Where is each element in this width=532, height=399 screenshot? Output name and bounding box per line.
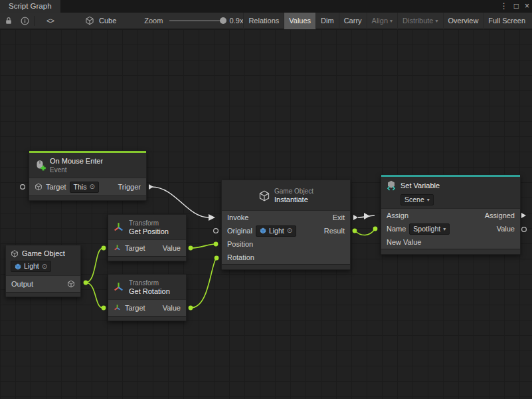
this-object-chip[interactable]: This ⊙ (70, 182, 99, 193)
lock-icon[interactable] (3, 15, 14, 27)
carry-button[interactable]: Carry (339, 13, 367, 29)
target-label: Target (46, 183, 66, 191)
node-set-variable[interactable]: Set Variable Scene ▾ Assign Assigned Nam… (381, 174, 521, 255)
object-picker-icon[interactable]: ⊙ (287, 227, 292, 234)
zoom-slider-track (169, 20, 224, 21)
target-row: Target Value (108, 240, 186, 256)
node-header: Transform Get Position (108, 215, 186, 240)
value-label: Value (497, 225, 515, 233)
node-header: Game Object Light ⊙ (6, 245, 80, 276)
node-header: Set Variable Scene ▾ (381, 177, 520, 209)
assign-row: Assign Assigned (381, 209, 520, 222)
new-value-row: New Value (381, 235, 520, 249)
edit-code-icon[interactable]: <> (46, 17, 54, 25)
variable-icon (386, 180, 397, 191)
node-footer (108, 316, 186, 321)
game-object-icon (35, 183, 43, 191)
zoom-value: 0.9x (230, 17, 244, 25)
node-instantiate[interactable]: Game Object Instantiate Invoke Exit Orig… (221, 180, 351, 270)
light-object-chip[interactable]: Light ⊙ (256, 225, 296, 237)
game-object-icon (67, 280, 75, 288)
close-icon[interactable]: × (525, 0, 529, 13)
values-button[interactable]: Values (284, 13, 315, 29)
variable-name-dropdown[interactable]: Spotlight ▾ (409, 223, 450, 235)
exit-label: Exit (333, 213, 345, 221)
node-subtitle: Event (50, 166, 103, 174)
node-header: On Mouse Enter Event (29, 153, 146, 178)
game-object-icon (258, 190, 270, 201)
transform-icon (114, 304, 122, 312)
more-menu-icon[interactable]: ⋮ (500, 0, 508, 13)
toolbar-divider (34, 16, 35, 26)
output-label: Output (11, 280, 33, 288)
invoke-label: Invoke (227, 213, 248, 221)
assign-label: Assign (387, 211, 408, 219)
node-game-object-literal[interactable]: Game Object Light ⊙ Output (5, 245, 81, 297)
node-footer (222, 264, 350, 269)
target-row: Target Value (108, 300, 186, 316)
zoom-slider[interactable] (169, 13, 224, 29)
distribute-button[interactable]: Distribute▾ (397, 13, 442, 29)
mouse-enter-icon (34, 160, 46, 172)
tab-script-graph[interactable]: Script Graph (0, 0, 60, 13)
original-label: Original (227, 227, 252, 235)
target-row: Target This ⊙ Trigger (29, 178, 146, 196)
transform-icon (113, 281, 125, 293)
node-get-rotation[interactable]: Transform Get Rotation Target Value (108, 274, 187, 321)
variable-kind-dropdown[interactable]: Scene ▾ (400, 194, 434, 205)
node-category: Transform (129, 279, 170, 287)
node-category: Transform (129, 219, 169, 227)
node-title: Instantiate (274, 196, 313, 204)
node-on-mouse-enter[interactable]: On Mouse Enter Event Target This ⊙ Trigg… (29, 150, 147, 201)
node-header: Game Object Instantiate (222, 180, 350, 211)
name-label: Name (387, 225, 406, 233)
node-title: On Mouse Enter (50, 157, 103, 166)
node-title: Game Object (22, 249, 65, 257)
zoom-label: Zoom (144, 17, 163, 25)
align-button[interactable]: Align▾ (367, 13, 397, 29)
node-footer (29, 196, 146, 200)
rotation-row: Rotation (222, 251, 350, 264)
node-get-position[interactable]: Transform Get Position Target Value (108, 214, 187, 261)
output-row: Output (6, 276, 80, 292)
node-title: Set Variable (400, 182, 440, 190)
position-row: Position (222, 237, 350, 251)
target-label: Target (125, 304, 145, 312)
value-label: Value (163, 304, 181, 312)
rotation-label: Rotation (227, 253, 254, 261)
trigger-label: Trigger (118, 183, 141, 191)
new-value-label: New Value (387, 238, 421, 246)
game-object-icon (260, 227, 266, 234)
tab-bar: Script Graph ⋮ □ × (0, 0, 532, 13)
invoke-row: Invoke Exit (222, 211, 350, 224)
graph-toolbar: <> Cube Zoom 0.9x Relations Values Dim C… (0, 13, 532, 29)
transform-icon (113, 221, 125, 233)
info-icon[interactable] (19, 15, 30, 27)
game-object-icon (15, 263, 21, 270)
node-title: Get Position (129, 227, 169, 236)
value-label: Value (163, 244, 181, 252)
dropdown-caret-icon: ▾ (443, 225, 446, 233)
assigned-label: Assigned (485, 211, 515, 219)
dim-button[interactable]: Dim (315, 13, 339, 29)
transform-icon (114, 244, 122, 252)
node-title: Get Rotation (129, 287, 170, 296)
light-object-chip[interactable]: Light ⊙ (11, 261, 51, 272)
object-picker-icon[interactable]: ⊙ (89, 184, 94, 190)
overview-button[interactable]: Overview (443, 13, 484, 29)
zoom-slider-handle[interactable] (220, 17, 226, 24)
dropdown-caret-icon: ▾ (436, 18, 438, 24)
name-row: Name Spotlight ▾ Value (381, 222, 520, 235)
node-footer (6, 292, 80, 297)
result-label: Result (324, 227, 345, 235)
object-picker-icon[interactable]: ⊙ (42, 263, 47, 270)
original-row: Original Light ⊙ Result (222, 224, 350, 237)
fullscreen-button[interactable]: Full Screen (483, 13, 530, 29)
node-footer (108, 256, 186, 261)
position-label: Position (227, 240, 253, 248)
dropdown-caret-icon: ▾ (390, 18, 393, 24)
dropdown-caret-icon: ▾ (427, 196, 430, 204)
relations-button[interactable]: Relations (243, 13, 284, 29)
node-footer (381, 249, 520, 254)
maximize-icon[interactable]: □ (514, 0, 519, 13)
